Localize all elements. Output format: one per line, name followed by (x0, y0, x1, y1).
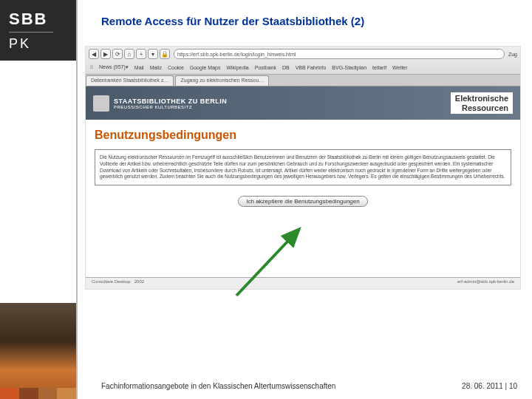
bookmarks-bar: ⁝⁝ News (957)▾ Mail Mailz Cookie Google … (86, 61, 520, 73)
page-heading: Benutzungsbedingungen (95, 129, 511, 142)
slide-footer-left: Fachinformationsangebote in den Klassisc… (101, 382, 335, 390)
logo-divider (9, 32, 53, 33)
bookmark-item: Mail (134, 65, 144, 70)
browser-tab: Zugang zu elektronischen Ressou… (175, 75, 269, 86)
site-banner: Elektronische Ressourcen (451, 92, 513, 113)
site-logo-icon (93, 95, 109, 112)
nav-back-icon: ◀ (89, 49, 99, 59)
site-org-subtitle: PREUSSISCHER KULTURBESITZ (114, 105, 227, 109)
bookmark-item: Wetter (392, 65, 408, 70)
bookmark-item: Wikipedia (226, 65, 248, 70)
bookmark-item: Google Maps (190, 65, 221, 70)
sidebar-photo (0, 303, 76, 399)
banner-line: Elektronische (455, 94, 508, 103)
bookmark-item: Postbank (255, 65, 276, 70)
bookmark-item: teltarif (372, 65, 386, 70)
logo: SBB PK (0, 0, 76, 61)
bookmark-item: Mailz (150, 65, 162, 70)
slide-title: Remote Access für Nutzer der Staatsbibli… (78, 0, 532, 35)
bookmark-item: News (957)▾ (99, 64, 129, 70)
browser-screenshot: ◀ ▶ ⟳ ⌂ + ▾ 🔒 https://erf.sbb.spk-berlin… (85, 46, 521, 290)
page-body: Benutzungsbedingungen Die Nutzung elektr… (86, 120, 520, 217)
bookmark-item: BVG-Stadtplan (332, 65, 366, 70)
color-stripes (0, 388, 76, 399)
sidebar: SBB PK (0, 0, 76, 399)
add-icon: + (136, 49, 146, 59)
site-footer: Consultare Desktop 2002 erf-admin@sbb.sp… (86, 277, 520, 289)
slide-date: 28. 06. 2011 (462, 382, 503, 390)
menu-icon: ▾ (148, 49, 158, 59)
site-header: STAATSBIBLIOTHEK ZU BERLIN PREUSSISCHER … (86, 86, 520, 120)
bookmark-item: DB (282, 65, 290, 70)
main-content: Remote Access für Nutzer der Staatsbibli… (78, 0, 532, 399)
browser-tabs: Datenbanken Staatsbibliothek z… Zugang z… (86, 75, 520, 86)
footer-right: erf-admin@sbb.spk-berlin.de (457, 279, 514, 287)
nav-forward-icon: ▶ (100, 49, 111, 59)
home-icon: ⌂ (124, 49, 134, 59)
slide-footer: Fachinformationsangebote in den Klassisc… (101, 382, 517, 390)
footer-year: 2002 (134, 279, 144, 284)
browser-chrome: ◀ ▶ ⟳ ⌂ + ▾ 🔒 https://erf.sbb.spk-berlin… (86, 47, 520, 75)
slide-page-number: 10 (509, 382, 517, 390)
slide-footer-right: 28. 06. 2011 | 10 (462, 382, 517, 390)
terms-text: Die Nutzung elektronischer Ressourcen im… (95, 149, 511, 185)
bookmark-item: Cookie (168, 65, 184, 70)
footer-left: Consultare Desktop (92, 279, 131, 284)
url-bar: https://erf.sbb.spk-berlin.de/login/logi… (174, 49, 505, 59)
banner-line: Ressourcen (455, 103, 508, 112)
accept-button[interactable]: Ich akzeptiere die Benutzungsbedingungen (238, 196, 367, 207)
bookmark-dots-icon: ⁝⁝ (90, 64, 93, 70)
chrome-right-label: Zug (508, 52, 517, 57)
bookmark-item: VBB Fahrinfo (296, 65, 327, 70)
lock-icon: 🔒 (160, 49, 170, 59)
reload-icon: ⟳ (112, 49, 123, 59)
logo-bottom: PK (9, 37, 76, 50)
logo-top: SBB (9, 11, 76, 27)
browser-tab: Datenbanken Staatsbibliothek z… (86, 75, 174, 86)
site-org-title: STAATSBIBLIOTHEK ZU BERLIN (114, 98, 227, 105)
